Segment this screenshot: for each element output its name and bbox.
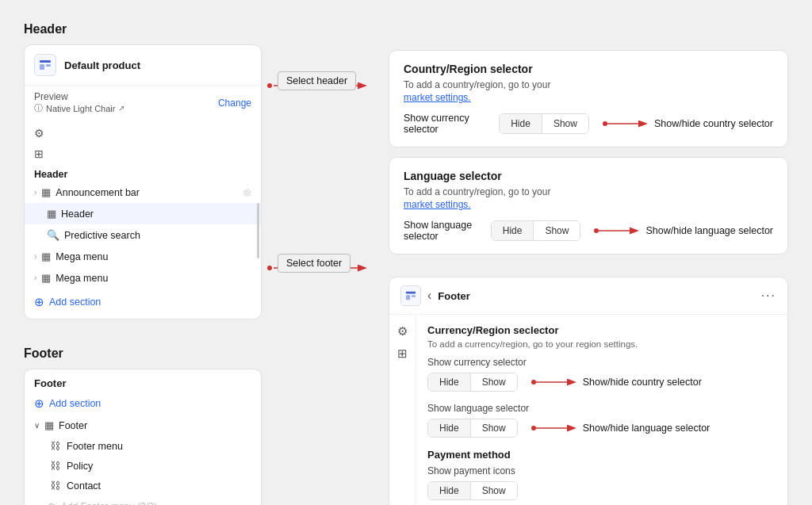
- svg-rect-2: [46, 64, 51, 67]
- currency-region-section: Currency/Region seclector To add a curre…: [427, 324, 776, 392]
- scroll-bar: [257, 203, 259, 258]
- header-item-label: Header: [61, 209, 94, 220]
- preview-item-name: Native Light Chair: [46, 104, 115, 113]
- footer-nav-item[interactable]: ∨ ▦ Footer: [25, 415, 261, 436]
- language-market-settings-link[interactable]: market settings.: [404, 199, 773, 210]
- svg-point-4: [267, 83, 272, 88]
- grid-icon-2: ▦: [47, 208, 56, 220]
- footer-right-card-icon: [400, 285, 421, 306]
- country-show-btn[interactable]: Show: [542, 114, 588, 133]
- svg-point-6: [267, 266, 272, 270]
- language-selector-card: Language selector To add a country/regio…: [389, 157, 788, 254]
- svg-point-7: [603, 121, 607, 126]
- footer-policy-item[interactable]: ⛓ Policy: [25, 456, 261, 476]
- svg-rect-0: [40, 60, 51, 63]
- header-right-panel: Country/Region selector To add a country…: [389, 50, 788, 266]
- nav-item-predictive[interactable]: 🔍 Predictive search: [25, 224, 261, 246]
- footer-add-section-label: Add section: [49, 398, 101, 409]
- show-currency-label-footer: Show currency selector: [427, 357, 776, 368]
- footer-country-arrow-svg: [530, 377, 578, 388]
- footer-gear-icon: ⚙: [397, 324, 408, 339]
- add-section-label: Add section: [49, 296, 101, 308]
- chevron-down-icon: ∨: [34, 421, 40, 430]
- payment-method-section: Payment method Show payment icons Hide S…: [427, 449, 776, 500]
- header-section: Header Default product Preview ⓘ Native: [24, 22, 262, 319]
- nav-item-announcement[interactable]: › ▦ Announcement bar ◎: [25, 182, 261, 203]
- payment-hide-btn[interactable]: Hide: [428, 482, 471, 499]
- language-selector-title: Language selector: [404, 170, 773, 182]
- svg-point-14: [531, 380, 536, 384]
- add-footer-menu-button: ⊕ Add Footer menu (3/3): [25, 495, 261, 505]
- footer-contact-label: Contact: [67, 480, 101, 492]
- language-show-btn[interactable]: Show: [534, 221, 580, 240]
- footer-currency-hide-btn[interactable]: Hide: [428, 373, 471, 391]
- header-nav-label: Header: [25, 164, 261, 182]
- predictive-label: Predictive search: [64, 230, 140, 241]
- chevron-right-icon: ›: [34, 188, 36, 197]
- svg-rect-1: [40, 64, 44, 70]
- svg-point-9: [594, 228, 599, 233]
- select-footer-arrow-svg: [262, 268, 389, 316]
- svg-point-16: [531, 426, 536, 430]
- header-card-title: Default product: [64, 59, 140, 71]
- footer-menu-label: Footer menu: [67, 441, 123, 452]
- nav-item-mega2[interactable]: › ▦ Mega menu: [25, 267, 261, 289]
- svg-rect-13: [412, 295, 416, 297]
- footer-language-show-btn[interactable]: Show: [471, 419, 517, 437]
- footer-right-panel: ‹ Footer ··· ⚙ ⊞ Currency/Region seclect…: [389, 277, 788, 505]
- add-footer-menu-label: Add Footer menu (3/3): [61, 501, 157, 505]
- preview-item-icon: ⓘ: [34, 102, 43, 114]
- language-selector-desc: To add a country/region, go to your: [404, 186, 773, 197]
- search-icon: 🔍: [47, 229, 59, 241]
- select-header-annotation: Select header: [262, 54, 389, 197]
- link-icon-3: ⛓: [50, 480, 60, 492]
- payment-method-title: Payment method: [427, 449, 776, 461]
- country-hide-btn[interactable]: Hide: [500, 114, 542, 133]
- footer-menu-item[interactable]: ⛓ Footer menu: [25, 436, 261, 456]
- change-link[interactable]: Change: [218, 98, 251, 109]
- show-language-label-footer: Show language selector: [427, 403, 776, 414]
- footer-currency-show-btn[interactable]: Show: [471, 373, 517, 391]
- select-footer-label: Select footer: [278, 254, 350, 273]
- nav-item-header[interactable]: ▦ Header: [25, 203, 261, 224]
- country-market-settings-link[interactable]: market settings.: [404, 92, 773, 103]
- currency-region-title: Currency/Region seclector: [427, 324, 776, 336]
- nav-item-mega1[interactable]: › ▦ Mega menu: [25, 246, 261, 267]
- country-selector-desc: To add a country/region, go to your: [404, 79, 773, 90]
- footer-section: Footer Footer ⊕ Add section ∨ ▦ Footer ⛓: [24, 346, 262, 505]
- add-section-button[interactable]: ⊕ Add section: [25, 289, 261, 319]
- footer-layout-icon: ⊞: [397, 346, 408, 361]
- show-hide-language-label: Show/hide language selector: [645, 225, 773, 236]
- gear-icon: ⚙: [34, 127, 44, 140]
- footer-card: Footer ⊕ Add section ∨ ▦ Footer ⛓ Footer…: [24, 369, 262, 505]
- footer-right-back-icon[interactable]: ‹: [427, 289, 431, 303]
- footer-card-header-label: Footer: [25, 369, 261, 392]
- plus-circle-icon: ⊕: [34, 295, 44, 309]
- show-hide-country-footer-label: Show/hide country selector: [583, 377, 702, 388]
- select-header-arrow-svg: [262, 86, 389, 228]
- footer-add-section-button[interactable]: ⊕ Add section: [25, 392, 261, 415]
- footer-contact-item[interactable]: ⛓ Contact: [25, 476, 261, 495]
- footer-language-toggle: Hide Show: [427, 419, 518, 438]
- language-hide-btn[interactable]: Hide: [492, 221, 534, 240]
- grid-icon: ▦: [41, 186, 51, 198]
- select-footer-annotation: Select footer: [262, 260, 389, 403]
- language-arrow-svg: [593, 225, 641, 236]
- footer-right-title: Footer: [438, 290, 469, 302]
- link-icon-1: ⛓: [50, 440, 60, 452]
- mega-menu-2-label: Mega menu: [56, 273, 108, 284]
- payment-show-btn[interactable]: Show: [471, 482, 517, 499]
- footer-language-hide-btn[interactable]: Hide: [428, 419, 471, 437]
- dots-menu[interactable]: ···: [761, 289, 776, 303]
- plus-circle-disabled-icon: ⊕: [47, 500, 56, 505]
- country-selector-title: Country/Region selector: [404, 63, 773, 75]
- layout-icon: ⊞: [34, 147, 44, 160]
- chevron-right-icon-2: ›: [34, 252, 36, 261]
- show-hide-language-footer-label: Show/hide language selector: [583, 423, 710, 434]
- country-arrow-svg: [602, 118, 649, 129]
- header-card-icon: [34, 54, 56, 76]
- svg-rect-12: [406, 295, 410, 300]
- footer-nav-label: Footer: [59, 420, 87, 431]
- country-toggle-group: Hide Show: [499, 113, 589, 134]
- eye-icon: ◎: [243, 187, 251, 197]
